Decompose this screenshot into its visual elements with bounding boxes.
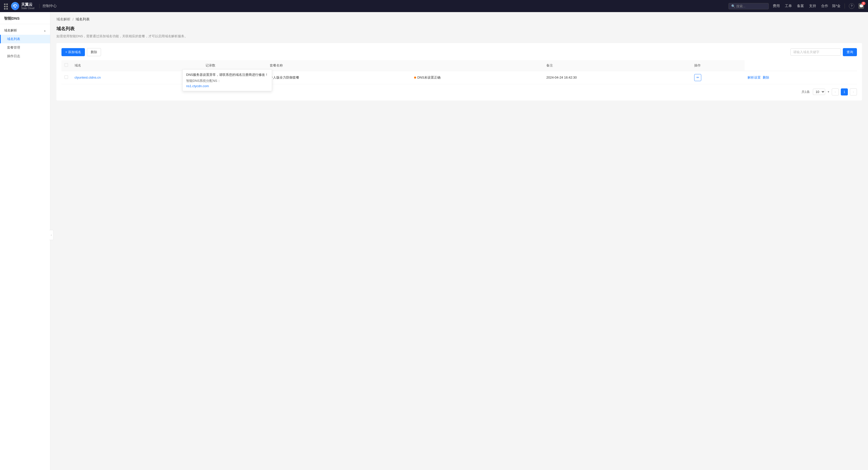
nav-item-partner[interactable]: 合作 (821, 4, 828, 8)
nav-item-support[interactable]: 支持 (809, 4, 816, 8)
table-row: ctyuntest.ctdns.cn 0 个人版全力防御套餐 DNS未设置正确 … (61, 71, 857, 84)
domain-search-input[interactable] (790, 49, 841, 56)
sidebar-item-operation-log[interactable]: 操作日志 (0, 52, 50, 60)
search-button[interactable]: 查询 (843, 48, 857, 56)
nav-divider (844, 3, 845, 8)
status-text: DNS未设置正确 (417, 75, 440, 80)
sidebar: 智能DNS 域名解析 ▲ 域名列表 套餐管理 操作日志 (0, 12, 51, 470)
top-search[interactable]: 🔍 (728, 3, 769, 9)
nav-right: 陈*金 ? 💬 8 (832, 3, 864, 9)
sidebar-title: 智能DNS (0, 12, 50, 24)
select-all-checkbox[interactable] (64, 63, 68, 67)
breadcrumb-separator: / (72, 18, 73, 22)
row-note-cell: ✏ (691, 71, 744, 84)
page-description: 如需使用智能DNS，需要通过添加域名功能，关联相应的套餐，才可以启用域名解析服务… (56, 34, 862, 39)
toolbar-right: 查询 (790, 48, 857, 56)
nav-menu: 费用 工单 备案 支持 合作 (773, 4, 828, 8)
resolve-settings-link[interactable]: 解析设置 (748, 75, 761, 80)
sidebar-item-label-domain-list: 域名列表 (7, 37, 20, 41)
pagination-dropdown-icon: ▼ (827, 90, 830, 93)
page-title: 域名列表 (56, 26, 862, 32)
sidebar-collapse-handle[interactable]: ‹ (50, 230, 53, 240)
breadcrumb-parent[interactable]: 域名解析 (56, 17, 70, 22)
dns-error-tooltip: DNS服务器设置异常，请联系您的域名注册商进行修改！ 智能DNS系统分配NS： … (182, 69, 272, 91)
row-package-cell: 个人版全力防御套餐 (267, 71, 411, 84)
table-body: ctyuntest.ctdns.cn 0 个人版全力防御套餐 DNS未设置正确 … (61, 71, 857, 84)
row-status-cell: DNS未设置正确 (411, 71, 543, 84)
col-header-package: 套餐名称 (267, 60, 411, 71)
sidebar-item-label-package: 套餐管理 (7, 45, 20, 50)
row-checkbox-cell (61, 71, 71, 84)
page-header: 域名列表 如需使用智能DNS，需要通过添加域名功能，关联相应的套餐，才可以启用域… (56, 26, 862, 39)
search-input[interactable] (736, 4, 767, 8)
col-header-status (411, 60, 543, 71)
domain-table: 域名 记录数 套餐名称 备注 操作 (61, 60, 857, 84)
notification-button[interactable]: 💬 8 (859, 3, 864, 9)
col-header-note: 备注 (543, 60, 691, 71)
status-dot-icon (414, 76, 416, 79)
control-center-label[interactable]: 控制中心 (39, 4, 60, 8)
sidebar-section-label: 域名解析 (4, 28, 17, 33)
grid-menu-icon[interactable] (4, 3, 9, 8)
delete-button[interactable]: 删除 (87, 48, 101, 56)
pagination: 共1条 10 20 50 ▼ ‹ 1 › (61, 88, 857, 95)
toolbar: + 添加域名 删除 查询 (61, 48, 857, 56)
domain-link[interactable]: ctyuntest.ctdns.cn (74, 75, 101, 79)
sidebar-item-label-oplog: 操作日志 (7, 54, 20, 58)
toolbar-left: + 添加域名 删除 (61, 48, 101, 56)
status-indicator: DNS未设置正确 (414, 75, 440, 80)
content-card: + 添加域名 删除 查询 DNS服务器设置异常，请联系您的域名注册商进行修改！ … (56, 43, 862, 100)
nav-item-fees[interactable]: 费用 (773, 4, 780, 8)
table-header: 域名 记录数 套餐名称 备注 操作 (61, 60, 857, 71)
search-icon: 🔍 (731, 4, 735, 8)
pagination-next-button[interactable]: › (850, 88, 857, 95)
breadcrumb: 域名解析 / 域名列表 (56, 17, 862, 22)
row-timestamp-cell: 2024-04-24 16:42:30 (543, 71, 691, 84)
app-layout: 智能DNS 域名解析 ▲ 域名列表 套餐管理 操作日志 ‹ 域名解析 / 域名列… (0, 12, 868, 470)
logo-icon (11, 2, 19, 10)
per-page-select[interactable]: 10 20 50 (813, 89, 825, 95)
nav-item-ticket[interactable]: 工单 (785, 4, 792, 8)
pagination-prev-button[interactable]: ‹ (832, 88, 839, 95)
sidebar-item-package-management[interactable]: 套餐管理 (0, 43, 50, 52)
sidebar-collapse-arrow: ▲ (43, 29, 46, 32)
user-label[interactable]: 陈*金 (832, 4, 841, 8)
row-checkbox[interactable] (64, 75, 68, 79)
svg-point-0 (14, 6, 16, 8)
help-circle-icon: ? (849, 3, 855, 9)
logo[interactable]: 天翼云 State Cloud (11, 2, 34, 10)
table-header-checkbox (61, 60, 71, 71)
delete-domain-link[interactable]: 删除 (763, 75, 769, 80)
add-domain-button[interactable]: + 添加域名 (61, 48, 85, 56)
tooltip-ns-link[interactable]: ns1.ctycdn.com (186, 84, 209, 88)
pagination-total: 共1条 (802, 90, 810, 94)
sidebar-section-dns: 域名解析 ▲ 域名列表 套餐管理 操作日志 (0, 24, 50, 62)
sidebar-section-header-dns[interactable]: 域名解析 ▲ (0, 26, 50, 35)
sidebar-item-domain-list[interactable]: 域名列表 (0, 35, 50, 43)
col-header-actions: 操作 (691, 60, 744, 71)
table-wrapper: DNS服务器设置异常，请联系您的域名注册商进行修改！ 智能DNS系统分配NS： … (61, 60, 857, 84)
nav-item-record[interactable]: 备案 (797, 4, 804, 8)
row-actions-cell: 解析设置 删除 (745, 71, 857, 84)
logo-text: 天翼云 State Cloud (21, 2, 34, 10)
main-content: 域名解析 / 域名列表 域名列表 如需使用智能DNS，需要通过添加域名功能，关联… (51, 12, 868, 470)
pagination-page-1[interactable]: 1 (841, 88, 848, 95)
edit-note-button[interactable]: ✏ (694, 74, 701, 81)
breadcrumb-current: 域名列表 (75, 17, 90, 22)
tooltip-sub-label: 智能DNS系统分配NS： (186, 79, 268, 83)
notification-badge: 8 (862, 2, 866, 5)
help-button[interactable]: ? (849, 3, 855, 9)
tooltip-title: DNS服务器设置异常，请联系您的域名注册商进行修改！ (186, 72, 268, 77)
action-links: 解析设置 删除 (748, 75, 854, 80)
top-nav: 天翼云 State Cloud 控制中心 🔍 费用 工单 备案 支持 合作 陈*… (0, 0, 868, 12)
